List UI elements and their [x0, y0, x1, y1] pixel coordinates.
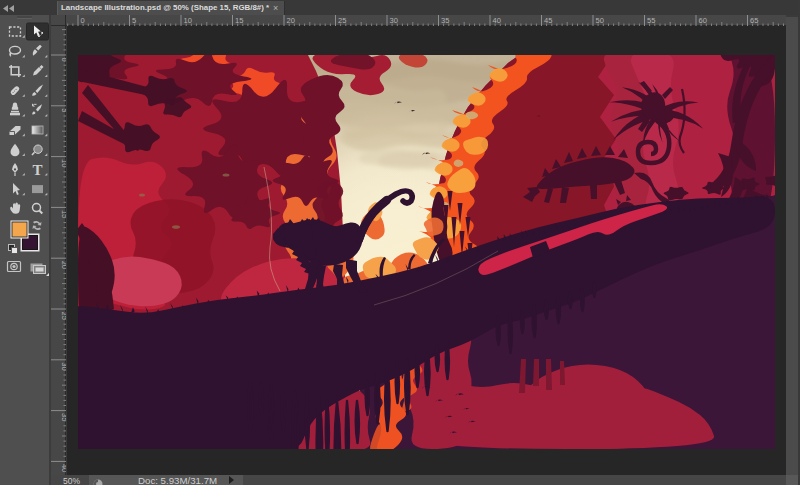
svg-text:15: 15	[60, 210, 67, 218]
svg-text:45: 45	[544, 16, 552, 25]
svg-text:55: 55	[647, 16, 655, 25]
svg-text:30: 30	[390, 16, 398, 25]
svg-text:5: 5	[132, 16, 136, 25]
svg-text:40: 40	[493, 16, 501, 25]
svg-text:5: 5	[60, 108, 67, 112]
svg-text:35: 35	[441, 16, 449, 25]
svg-text:40: 40	[60, 464, 67, 472]
svg-text:20: 20	[60, 261, 67, 269]
svg-text:10: 10	[60, 159, 67, 167]
svg-text:65: 65	[750, 16, 758, 25]
svg-text:25: 25	[60, 312, 67, 320]
svg-text:15: 15	[235, 16, 243, 25]
svg-text:0: 0	[60, 58, 67, 62]
svg-text:10: 10	[184, 16, 192, 25]
svg-text:25: 25	[338, 16, 346, 25]
svg-text:20: 20	[287, 16, 295, 25]
svg-text:T: T	[32, 162, 42, 178]
svg-text:50: 50	[596, 16, 604, 25]
svg-text:30: 30	[60, 362, 67, 370]
svg-text:35: 35	[60, 413, 67, 421]
svg-text:60: 60	[699, 16, 707, 25]
svg-text:0: 0	[81, 16, 85, 25]
